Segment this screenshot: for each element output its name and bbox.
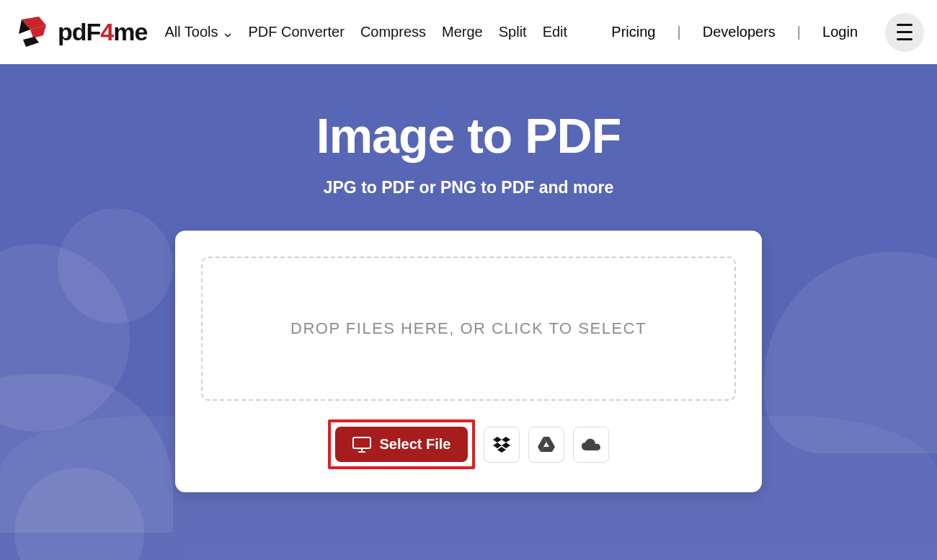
onedrive-button[interactable] xyxy=(573,427,609,463)
brand-logo[interactable]: pdF4me xyxy=(17,17,147,48)
site-header: pdF4me All Tools PDF Converter Compress … xyxy=(0,0,937,64)
chevron-down-icon xyxy=(223,27,233,37)
svg-marker-10 xyxy=(502,443,510,448)
nav-pricing[interactable]: Pricing xyxy=(611,24,655,40)
svg-marker-11 xyxy=(497,447,506,453)
page-subtitle: JPG to PDF or PNG to PDF and more xyxy=(0,178,937,197)
svg-marker-9 xyxy=(493,443,502,448)
upload-card: DROP FILES HERE, OR CLICK TO SELECT Sele… xyxy=(175,231,762,492)
hamburger-icon xyxy=(897,24,912,26)
menu-button[interactable] xyxy=(885,13,924,52)
upload-actions: Select File xyxy=(201,419,736,469)
logo-text: pdF4me xyxy=(58,18,147,46)
nav-developers[interactable]: Developers xyxy=(703,24,776,40)
nav-all-tools[interactable]: All Tools xyxy=(164,24,232,40)
dropbox-icon xyxy=(492,437,511,453)
monitor-icon xyxy=(352,437,371,453)
select-file-button[interactable]: Select File xyxy=(335,427,468,462)
nav-compress[interactable]: Compress xyxy=(360,24,426,40)
hero-section: Image to PDF JPG to PDF or PNG to PDF an… xyxy=(0,64,937,560)
nav-edit[interactable]: Edit xyxy=(543,24,567,40)
svg-marker-7 xyxy=(493,437,502,443)
page-title: Image to PDF xyxy=(0,107,937,164)
onedrive-icon xyxy=(581,438,601,451)
nav-all-tools-label: All Tools xyxy=(164,24,218,40)
primary-nav: All Tools PDF Converter Compress Merge S… xyxy=(164,24,611,40)
secondary-nav: Pricing | Developers | Login xyxy=(611,13,924,52)
nav-pdf-converter[interactable]: PDF Converter xyxy=(249,24,345,40)
svg-marker-8 xyxy=(502,437,510,443)
dropbox-button[interactable] xyxy=(484,427,520,463)
google-drive-icon xyxy=(537,436,556,453)
select-file-highlight: Select File xyxy=(328,419,476,469)
nav-merge[interactable]: Merge xyxy=(442,24,483,40)
nav-split[interactable]: Split xyxy=(499,24,527,40)
nav-separator: | xyxy=(677,24,680,40)
logo-icon xyxy=(17,17,52,48)
nav-separator: | xyxy=(797,24,801,40)
google-drive-button[interactable] xyxy=(528,427,564,463)
svg-rect-4 xyxy=(353,437,370,448)
select-file-label: Select File xyxy=(380,436,451,453)
nav-login[interactable]: Login xyxy=(822,24,858,40)
file-dropzone[interactable]: DROP FILES HERE, OR CLICK TO SELECT xyxy=(201,257,736,401)
svg-marker-3 xyxy=(23,37,39,47)
dropzone-label: DROP FILES HERE, OR CLICK TO SELECT xyxy=(290,319,647,338)
